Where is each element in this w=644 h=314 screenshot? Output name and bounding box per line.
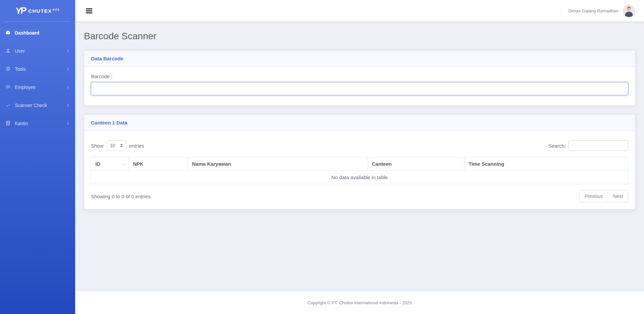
search-input[interactable] [568, 140, 628, 151]
sort-icon[interactable]: ↑↓ [122, 162, 125, 166]
entries-label: entries [129, 143, 144, 149]
brand-logo-icon: YP [15, 6, 26, 15]
entries-length-control: Show 10 entries [91, 140, 144, 151]
user-name: Dimas Galang Ramadhan [568, 8, 618, 13]
address-book-icon [5, 120, 11, 126]
canteen-card-body: Show 10 entries Search: [84, 131, 635, 209]
data-barcode-card-header: Data Barcode [84, 51, 635, 67]
column-header-id[interactable]: ID ↑↓ [91, 157, 129, 171]
page-title: Barcode Scanner [84, 31, 635, 42]
sidebar: YP CHUTEXSYS Dashboard [0, 0, 75, 314]
barcode-label: Barcode : [91, 73, 628, 79]
chevron-right-icon [66, 67, 70, 71]
sidebar-item-user[interactable]: User [0, 42, 75, 60]
sidebar-item-label: Tools [15, 66, 26, 72]
show-label: Show [91, 143, 104, 149]
column-header-nama-karyawan[interactable]: Nama Karyawan [188, 157, 368, 171]
entries-info: Showing 0 to 0 of 0 entries [91, 194, 151, 199]
empty-message: No data available in table [91, 171, 628, 184]
app-wrapper: YP CHUTEXSYS Dashboard [0, 0, 644, 314]
tachometer-icon [5, 30, 11, 36]
sidebar-item-tools[interactable]: Tools [0, 60, 75, 78]
sidebar-toggle-button[interactable] [84, 5, 94, 16]
canteen-card-header: Canteen 1 Data [84, 115, 635, 131]
brand-suffix: SYS [53, 8, 60, 11]
next-page-button[interactable]: Next [608, 190, 628, 202]
canteen-table: ID ↑↓ NPK Nama Karyawan Canteen Time Sca… [91, 157, 628, 184]
users-icon [5, 84, 11, 90]
chevron-right-icon [66, 49, 70, 53]
sidebar-nav: Dashboard User [0, 22, 75, 133]
chevron-right-icon [66, 104, 70, 107]
table-header-row: ID ↑↓ NPK Nama Karyawan Canteen Time Sca… [91, 157, 628, 171]
column-header-canteen[interactable]: Canteen [368, 157, 464, 171]
sidebar-item-label: Employee [15, 85, 36, 90]
check-icon [5, 102, 11, 108]
chevron-right-icon [66, 86, 70, 89]
data-barcode-card-body: Barcode : [84, 67, 635, 105]
search-control: Search: [548, 140, 628, 151]
sidebar-item-kantin[interactable]: Kantin [0, 114, 75, 133]
avatar[interactable] [623, 4, 635, 17]
sidebar-item-employee[interactable]: Employee [0, 78, 75, 96]
column-header-npk[interactable]: NPK [129, 157, 188, 171]
data-barcode-card: Data Barcode Barcode : [84, 50, 635, 106]
copyright-text: Copyright © PT. Chutex International Ind… [307, 300, 412, 305]
datatable-controls: Show 10 entries Search: [91, 140, 628, 151]
select-spinner-icon [120, 144, 123, 147]
previous-page-button[interactable]: Previous [579, 190, 608, 202]
chevron-right-icon [66, 122, 70, 125]
barcode-input[interactable] [91, 82, 628, 95]
topbar: Dimas Galang Ramadhan [75, 0, 644, 21]
topbar-user[interactable]: Dimas Galang Ramadhan [561, 4, 635, 17]
sidebar-item-label: Scanner Check [15, 103, 47, 108]
brand[interactable]: YP CHUTEXSYS [0, 0, 75, 21]
sidebar-item-scanner-check[interactable]: Scanner Check [0, 96, 75, 114]
table-empty-row: No data available in table [91, 171, 628, 184]
entries-select-value: 10 [110, 143, 115, 148]
main-content: Barcode Scanner Data Barcode Barcode : C… [75, 21, 644, 292]
datatable-footer: Showing 0 to 0 of 0 entries Previous Nex… [91, 190, 628, 202]
sidebar-item-dashboard[interactable]: Dashboard [0, 24, 75, 42]
column-header-time-scanning[interactable]: Time Scanning [464, 157, 628, 171]
entries-select[interactable]: 10 [107, 140, 126, 151]
sidebar-item-label: Dashboard [15, 30, 39, 36]
canteen-data-card: Canteen 1 Data Show 10 entries Sear [84, 114, 635, 209]
user-icon [5, 48, 11, 54]
sidebar-item-label: User [15, 48, 25, 54]
site-footer: Copyright © PT. Chutex International Ind… [75, 292, 644, 314]
content-column: Dimas Galang Ramadhan Barcode Scanner [75, 0, 644, 314]
brand-name: CHUTEXSYS [28, 8, 60, 14]
sidebar-item-label: Kantin [15, 121, 28, 126]
search-label: Search: [548, 143, 566, 149]
gear-icon [5, 66, 11, 72]
topbar-divider [561, 6, 561, 15]
pagination: Previous Next [579, 190, 628, 202]
